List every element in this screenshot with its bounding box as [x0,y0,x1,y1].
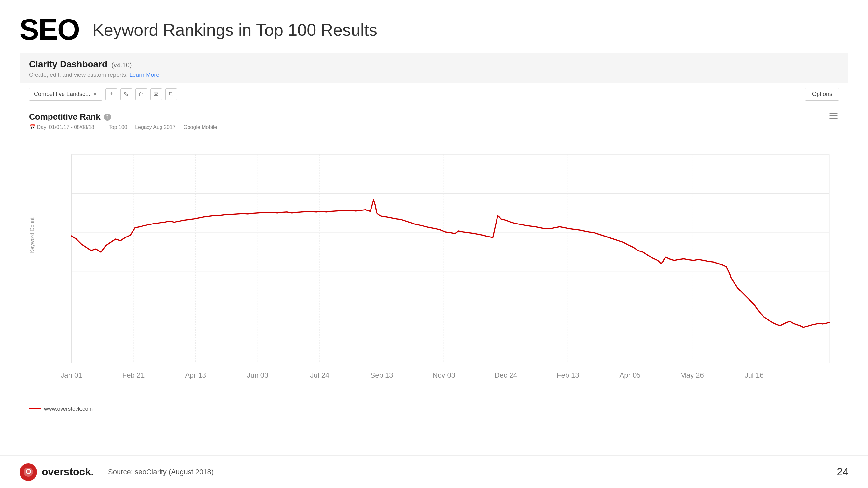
svg-text:O: O [25,467,31,476]
footer-source: Source: seoClarity (August 2018) [108,468,214,476]
legend-line [29,408,41,409]
svg-text:Jun 03: Jun 03 [247,371,268,379]
svg-text:Apr 05: Apr 05 [619,371,641,379]
dashboard-dropdown[interactable]: Competitive Landsc... ▼ [29,88,102,100]
svg-text:Feb 21: Feb 21 [122,371,145,379]
info-icon[interactable]: ? [104,113,111,121]
learn-more-link[interactable]: Learn More [129,72,159,78]
chart-top: Top 100 [109,124,127,130]
add-button[interactable]: + [105,89,117,100]
footer: O overstock. Source: seoClarity (August … [0,455,868,488]
page-header: SEO Keyword Rankings in Top 100 Results [0,0,868,53]
svg-text:Dec 24: Dec 24 [495,371,517,379]
svg-text:Jul 16: Jul 16 [745,371,764,379]
svg-text:Feb 13: Feb 13 [557,371,579,379]
dashboard-title: Clarity Dashboard [29,59,107,70]
svg-text:Apr 13: Apr 13 [185,371,206,379]
dashboard-header: Clarity Dashboard (v4.10) Create, edit, … [20,53,848,83]
overstock-text: overstock. [42,466,94,478]
chart-meta: 📅 Day: 01/01/17 - 08/08/18 Top 100 Legac… [29,124,839,130]
edit-button[interactable]: ✎ [121,89,132,100]
options-button[interactable]: Options [805,88,839,100]
svg-text:Jul 24: Jul 24 [310,371,329,379]
chart-title: Competitive Rank [29,112,101,122]
overstock-svg-icon: O [23,467,34,477]
email-button[interactable]: ✉ [150,89,162,100]
svg-text:Nov 03: Nov 03 [432,371,455,379]
legend-label: www.overstock.com [44,406,93,412]
chart-section: Competitive Rank ? 📅 Day: 01/01/17 - 08/… [20,105,848,420]
page-title: Keyword Rankings in Top 100 Results [92,20,377,40]
dashboard-version: (v4.10) [111,62,131,69]
svg-text:Sep 13: Sep 13 [371,371,393,379]
dropdown-arrow-icon: ▼ [93,92,97,97]
print-button[interactable]: ⎙ [135,89,147,100]
footer-page-number: 24 [837,466,848,478]
chart-wrapper: Keyword Count [29,135,839,402]
chart-legend: www.overstock.com [29,406,839,412]
chart-legacy: Legacy Aug 2017 [135,124,176,130]
chart-menu-button[interactable] [828,112,839,120]
copy-button[interactable]: ⧉ [165,89,177,100]
chart-device: Google Mobile [183,124,217,130]
dashboard-container: Clarity Dashboard (v4.10) Create, edit, … [20,53,848,420]
chart-date-range: 📅 Day: 01/01/17 - 08/08/18 [29,124,101,130]
overstock-logo: O overstock. [20,463,94,481]
chart-svg: Jan 01 Feb 21 Apr 13 Jun 03 Jul 24 Sep 1… [29,135,839,402]
overstock-icon: O [20,463,37,481]
svg-text:May 26: May 26 [680,371,704,379]
seo-logo: SEO [20,13,80,46]
svg-text:Jan 01: Jan 01 [61,371,82,379]
y-axis-label: Keyword Count [29,217,35,253]
dashboard-subtitle: Create, edit, and view custom reports. L… [29,72,839,78]
toolbar: Competitive Landsc... ▼ + ✎ ⎙ ✉ ⧉ Option… [20,83,848,105]
